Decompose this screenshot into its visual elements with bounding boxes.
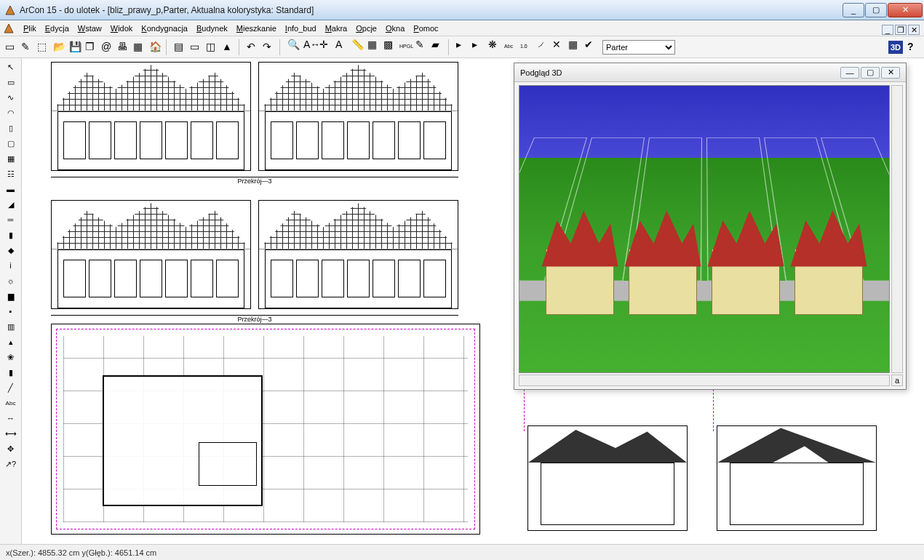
building-icon[interactable]: 🏠 [147, 39, 163, 55]
line-tool[interactable]: ╱ [2, 380, 20, 395]
preview-minimize-button[interactable]: — [840, 67, 859, 79]
copy-icon[interactable]: ❐ [83, 39, 99, 55]
wizard-icon[interactable]: ✎ [19, 39, 35, 55]
flag-red-icon[interactable]: ▸ [454, 37, 470, 53]
dim2-tool[interactable]: ⟷ [2, 426, 20, 441]
select-icon[interactable]: ⬚ [35, 39, 51, 55]
menu-edycja[interactable]: Edycja [41, 23, 73, 34]
window-icon[interactable]: ▭ [188, 39, 204, 55]
grid-tool[interactable]: ▦ [2, 151, 20, 166]
flag3-icon[interactable]: ❋ [486, 37, 502, 53]
preview-scrollbar-vertical[interactable] [891, 85, 903, 373]
elevation-drawing [258, 62, 458, 171]
dim-icon[interactable]: 1.0 [518, 41, 534, 57]
menu-plik[interactable]: Plik [19, 23, 41, 34]
brush-icon[interactable]: ▰ [429, 37, 445, 53]
preview-3d-window[interactable]: Podgląd 3D — ▢ ✕ a [514, 63, 907, 390]
grid-icon[interactable]: ▦ [365, 37, 381, 53]
help-button[interactable]: ? [905, 39, 921, 55]
hpgl-icon[interactable]: HPGL [397, 41, 413, 57]
menu-items: PlikEdycjaWstawWidokKondygnacjaBudynekMi… [19, 24, 443, 33]
coordinates-readout: x(Szer.): 4855.32 cm y(Głęb.): 4651.14 c… [6, 548, 156, 557]
elevation-row-2 [51, 200, 458, 309]
window-minimize-button[interactable]: _ [843, 3, 864, 17]
flag2-icon[interactable]: ▸ [470, 37, 486, 53]
menu-kondygnacja[interactable]: Kondygnacja [137, 23, 192, 34]
preview-scrollbar-horizontal[interactable] [519, 375, 890, 386]
green-panel-tool[interactable]: ▥ [2, 319, 20, 334]
redo-icon[interactable]: ↷ [260, 39, 276, 55]
curve-tool[interactable]: ∿ [2, 90, 20, 105]
roof-icon[interactable]: ▲ [220, 39, 236, 55]
abc-icon[interactable]: Abc [502, 41, 518, 57]
light-tool[interactable]: ☼ [2, 273, 20, 288]
mdi-close-button[interactable]: ✕ [908, 25, 920, 35]
save-icon[interactable]: 💾 [67, 39, 83, 55]
door-tool[interactable]: ▯ [2, 121, 20, 135]
red-square-tool[interactable]: ▪ [2, 304, 20, 319]
mdi-restore-button[interactable]: ❐ [895, 25, 907, 35]
layers-icon[interactable]: ▦ [131, 39, 147, 55]
pencil-icon[interactable]: ✎ [413, 37, 429, 53]
stairs-tool[interactable]: ☷ [2, 167, 20, 181]
new-icon[interactable]: ▭ [3, 39, 19, 55]
preview-3d-titlebar[interactable]: Podgląd 3D — ▢ ✕ [514, 63, 906, 82]
section-drawing [527, 425, 688, 531]
x-icon[interactable]: ✕ [550, 37, 566, 53]
wall-tool[interactable]: ▭ [2, 75, 20, 89]
menu-budynek[interactable]: Budynek [192, 23, 232, 34]
text-icon[interactable]: A [333, 37, 349, 53]
object-tool[interactable]: ◆ [2, 243, 20, 257]
ruler-icon[interactable]: 📏 [349, 37, 365, 53]
terrain-tool[interactable]: ▴ [2, 335, 20, 349]
menu-makra[interactable]: Makra [321, 23, 352, 34]
cursor2-tool[interactable]: ✥ [2, 441, 20, 456]
floor-select[interactable]: Parter [602, 40, 675, 55]
hatch-tool[interactable]: ▮ [2, 365, 20, 380]
column-tool[interactable]: ▮ [2, 228, 20, 242]
statusbar: x(Szer.): 4855.32 cm y(Głęb.): 4651.14 c… [0, 544, 924, 560]
slab-tool[interactable]: ▬ [2, 182, 20, 196]
plant-tool[interactable]: ❀ [2, 350, 20, 364]
preview-3d-viewport[interactable] [519, 85, 890, 373]
check-icon[interactable]: ✔ [582, 37, 598, 53]
window-close-button[interactable]: ✕ [888, 3, 923, 17]
menu-pomoc[interactable]: Pomoc [409, 23, 442, 34]
arc-tool[interactable]: ◠ [2, 105, 20, 120]
open-icon[interactable]: 📂 [51, 39, 67, 55]
mdi-minimize-button[interactable]: _ [882, 25, 893, 35]
align-icon[interactable]: ◫ [204, 39, 220, 55]
print-icon[interactable]: 🖶 [115, 39, 131, 55]
preview-maximize-button[interactable]: ▢ [861, 67, 880, 79]
view-3d-button[interactable]: 3D [888, 41, 903, 54]
window-maximize-button[interactable]: ▢ [865, 3, 887, 17]
panel-icon[interactable]: ▦ [566, 37, 582, 53]
menu-info_bud[interactable]: Info_bud [281, 23, 321, 34]
menu-wstaw[interactable]: Wstaw [73, 23, 106, 34]
menu-okna[interactable]: Okna [381, 23, 409, 34]
zoom-text-icon[interactable]: A↔ [301, 37, 317, 53]
undo-icon[interactable]: ↶ [244, 39, 260, 55]
red-block-tool[interactable]: ▆ [2, 289, 20, 303]
toolbar-left: ↖▭∿◠▯▢▦☷▬◢═▮◆i☼▆▪▥▴❀▮╱Abc↔⟷✥↗? [0, 58, 22, 544]
angle-icon[interactable]: ⟋ [534, 37, 550, 53]
menu-opcje[interactable]: Opcje [351, 23, 381, 34]
grid2-icon[interactable]: ▩ [381, 37, 397, 53]
menu-widok[interactable]: Widok [106, 23, 138, 34]
cursor3-tool[interactable]: ↗? [2, 457, 20, 471]
email-icon[interactable]: @ [99, 39, 115, 55]
zoom-icon[interactable]: 🔍 [285, 37, 301, 53]
doc-icon[interactable]: ▤ [172, 39, 188, 55]
cursor-tool[interactable]: ↖ [2, 60, 20, 74]
beam-tool[interactable]: ═ [2, 212, 20, 227]
roof-tool[interactable]: ◢ [2, 197, 20, 212]
dim-tool[interactable]: ↔ [2, 411, 20, 425]
window-tool[interactable]: ▢ [2, 136, 20, 151]
preview-corner-button[interactable]: a [891, 375, 903, 386]
info-tool[interactable]: i [2, 258, 20, 273]
preview-close-button[interactable]: ✕ [881, 67, 900, 79]
menu-mieszkanie[interactable]: Mieszkanie [232, 23, 281, 34]
text-tool[interactable]: Abc [2, 396, 20, 410]
target-icon[interactable]: ✛ [317, 37, 333, 53]
window-controls: _ ▢ ✕ [843, 3, 923, 17]
